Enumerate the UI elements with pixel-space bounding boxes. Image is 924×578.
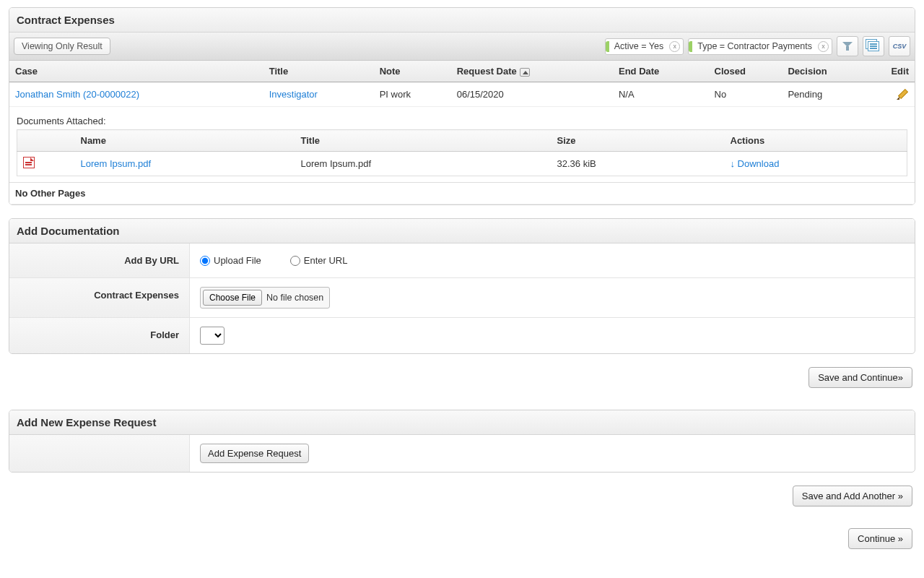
decision-cell: Pending xyxy=(782,82,870,107)
documents-table: Name Title Size Actions Lorem Ipsum.pdf xyxy=(17,129,907,176)
form-row-add-by-url: Add By URL Upload File Enter URL xyxy=(9,243,915,278)
doc-col-actions[interactable]: Actions xyxy=(725,130,907,152)
filter-chip-active[interactable]: Active = Yes x xyxy=(605,38,684,55)
download-link[interactable]: ↓ Download xyxy=(731,158,780,169)
sheet-copy-icon xyxy=(868,41,879,51)
doc-col-size[interactable]: Size xyxy=(552,130,725,152)
toolbar: Viewing Only Result Active = Yes x Type … xyxy=(9,33,915,61)
pager-text: No Other Pages xyxy=(9,183,915,204)
filter-accent-bar xyxy=(606,41,609,52)
case-link[interactable]: Jonathan Smith (20-0000022) xyxy=(15,89,139,100)
col-edit[interactable]: Edit xyxy=(871,61,915,82)
panel-title: Contract Expenses xyxy=(9,8,915,33)
expenses-table: Case Title Note Request Date End Date Cl… xyxy=(9,61,915,204)
table-row: Jonathan Smith (20-0000022) Investigator… xyxy=(9,82,915,107)
sort-asc-icon xyxy=(520,68,530,77)
request-date-cell: 06/15/2020 xyxy=(451,82,613,107)
filter-chip-type[interactable]: Type = Contractor Payments x xyxy=(688,38,832,55)
edit-icon[interactable] xyxy=(897,87,909,99)
funnel-icon xyxy=(842,41,853,51)
filter-chip-label: Type = Contractor Payments xyxy=(697,41,812,51)
title-link[interactable]: Investigator xyxy=(269,89,318,100)
col-title[interactable]: Title xyxy=(263,61,374,82)
add-expense-request-button[interactable]: Add Expense Request xyxy=(200,444,309,463)
panel-title: Add Documentation xyxy=(9,219,915,243)
filter-area: Active = Yes x Type = Contractor Payment… xyxy=(605,36,910,56)
panel-title: Add New Expense Request xyxy=(9,410,915,435)
file-chosen-text: No file chosen xyxy=(266,293,323,303)
col-closed[interactable]: Closed xyxy=(709,61,783,82)
doc-col-title[interactable]: Title xyxy=(295,130,552,152)
label-empty xyxy=(9,435,190,472)
col-request-date[interactable]: Request Date xyxy=(451,61,613,82)
add-expense-request-panel: Add New Expense Request Add Expense Requ… xyxy=(9,410,915,473)
documents-section: Documents Attached: Name Title Size Acti… xyxy=(9,107,915,182)
pager-row: No Other Pages xyxy=(9,183,915,204)
csv-icon: CSV xyxy=(893,43,907,50)
radio-upload-file[interactable]: Upload File xyxy=(200,255,261,266)
label-contract-expenses: Contract Expenses xyxy=(9,278,190,317)
choose-file-button[interactable]: Choose File xyxy=(203,290,262,306)
document-name-link[interactable]: Lorem Ipsum.pdf xyxy=(81,158,152,169)
save-and-add-another-button[interactable]: Save and Add Another » xyxy=(793,486,912,506)
pdf-icon xyxy=(23,157,35,168)
col-decision[interactable]: Decision xyxy=(782,61,870,82)
radio-enter-url[interactable]: Enter URL xyxy=(290,255,348,266)
export-csv-button[interactable]: CSV xyxy=(889,36,910,56)
document-row: Lorem Ipsum.pdf Lorem Ipsum.pdf 32.36 ki… xyxy=(17,152,907,176)
save-and-continue-button[interactable]: Save and Continue» xyxy=(808,367,912,388)
viewing-only-result-button[interactable]: Viewing Only Result xyxy=(14,38,110,55)
label-folder: Folder xyxy=(9,318,190,353)
form-row-add-expense: Add Expense Request xyxy=(9,435,915,472)
doc-col-name[interactable]: Name xyxy=(75,130,295,152)
radio-upload-file-input[interactable] xyxy=(200,256,210,266)
document-size-cell: 32.36 kiB xyxy=(552,152,725,176)
add-documentation-panel: Add Documentation Add By URL Upload File… xyxy=(9,218,915,354)
end-date-cell: N/A xyxy=(613,82,709,107)
contract-expenses-panel: Contract Expenses Viewing Only Result Ac… xyxy=(9,7,915,205)
col-case[interactable]: Case xyxy=(9,61,263,82)
closed-cell: No xyxy=(709,82,783,107)
export-sheet-button[interactable] xyxy=(863,36,884,56)
document-title-cell: Lorem Ipsum.pdf xyxy=(295,152,552,176)
note-cell: PI work xyxy=(374,82,451,107)
filter-chip-label: Active = Yes xyxy=(614,41,663,51)
filter-remove-icon[interactable]: x xyxy=(818,41,829,52)
form-row-folder: Folder xyxy=(9,318,915,353)
label-add-by-url: Add By URL xyxy=(9,243,190,277)
form-row-contract-expenses: Contract Expenses Choose File No file ch… xyxy=(9,278,915,318)
folder-select[interactable] xyxy=(200,327,225,345)
col-end-date[interactable]: End Date xyxy=(613,61,709,82)
filter-button[interactable] xyxy=(837,36,858,56)
documents-heading: Documents Attached: xyxy=(17,116,907,126)
continue-button[interactable]: Continue » xyxy=(848,528,912,549)
col-note[interactable]: Note xyxy=(374,61,451,82)
radio-group-add-by-url: Upload File Enter URL xyxy=(190,243,915,277)
doc-col-icon xyxy=(17,130,75,152)
filter-accent-bar xyxy=(689,41,692,52)
filter-remove-icon[interactable]: x xyxy=(669,41,680,52)
file-input-wrap[interactable]: Choose File No file chosen xyxy=(200,287,330,309)
radio-enter-url-input[interactable] xyxy=(290,256,300,266)
